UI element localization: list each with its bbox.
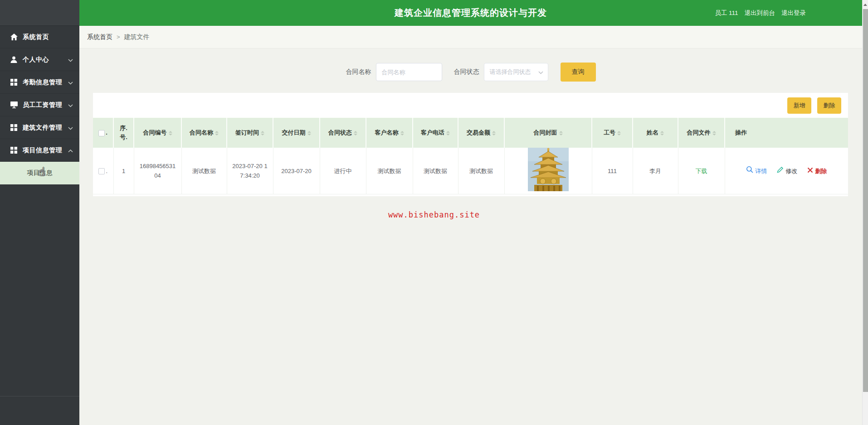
delete-action[interactable]: 删除 <box>807 166 827 176</box>
sort-icon[interactable] <box>215 131 219 135</box>
table-panel: 新增 删除 . 序.号. 合同编号 合同名称 签订时间 交付日期 合同状态 <box>93 93 848 196</box>
sort-icon[interactable] <box>660 131 664 135</box>
header-actions: 操作 <box>725 118 848 148</box>
header-status[interactable]: 合同状态 <box>320 118 366 148</box>
scroll-up-arrow-icon[interactable] <box>863 0 868 9</box>
breadcrumb-separator: > <box>117 34 120 40</box>
header-contract-no[interactable]: 合同编号 <box>134 118 181 148</box>
sidebar-item-label: 项目信息管理 <box>23 146 68 155</box>
home-icon <box>10 34 18 40</box>
sidebar-item-project-info-mgmt[interactable]: 项目信息管理 <box>0 139 79 162</box>
sidebar-item-label: 建筑文件管理 <box>23 124 68 132</box>
page-scrollbar[interactable] <box>862 0 868 425</box>
sidebar-item-label: 考勤信息管理 <box>23 78 68 87</box>
add-button[interactable]: 新增 <box>787 97 811 114</box>
sort-icon[interactable] <box>354 131 357 135</box>
row-checkbox[interactable] <box>98 168 105 174</box>
header-sign-time[interactable]: 签订时间 <box>227 118 273 148</box>
sort-icon[interactable] <box>400 131 404 135</box>
select-all-checkbox[interactable] <box>98 130 105 136</box>
header-select-suffix: . <box>106 129 107 136</box>
golden-pagoda-photo[interactable] <box>528 148 569 191</box>
header-file[interactable]: 合同文件 <box>678 118 725 148</box>
sidebar-item-label: 个人中心 <box>23 56 68 64</box>
current-user-label: 员工 111 <box>715 9 738 17</box>
sort-icon[interactable] <box>169 131 172 135</box>
sort-icon[interactable] <box>617 131 621 135</box>
header-cover[interactable]: 合同封面 <box>504 118 592 148</box>
app-header: 建筑企业信息管理系统的设计与开发 员工 111 退出到前台 退出登录 <box>79 0 862 26</box>
breadcrumb-current: 建筑文件 <box>124 33 150 41</box>
sidebar-item-personal-center[interactable]: 个人中心 <box>0 48 79 71</box>
download-link[interactable]: 下载 <box>696 168 707 174</box>
grid-icon <box>10 124 18 131</box>
cell-customer-name: 测试数据 <box>366 148 413 194</box>
delete-button[interactable]: 删除 <box>817 97 841 114</box>
cell-delivery-date: 2023-07-20 <box>273 148 320 194</box>
header-select-cell: . <box>93 118 113 148</box>
header-customer-name[interactable]: 客户名称 <box>366 118 413 148</box>
contracts-table: . 序.号. 合同编号 合同名称 签订时间 交付日期 合同状态 客户名称 客户电… <box>93 118 848 194</box>
header-links: 员工 111 退出到前台 退出登录 <box>715 0 806 26</box>
cell-cover <box>504 148 592 194</box>
grid-icon <box>10 79 18 86</box>
watermark-text: www.bishebang.site <box>0 210 868 219</box>
header-contract-name[interactable]: 合同名称 <box>181 118 227 148</box>
cell-actions: 详情 修改 <box>725 148 848 194</box>
sidebar: 系统首页 个人中心 考勤信息管理 员工工资管理 建筑文件管理 <box>0 0 79 425</box>
breadcrumb: 系统首页 > 建筑文件 <box>79 26 862 48</box>
contract-name-label: 合同名称 <box>346 68 371 76</box>
exit-to-front-link[interactable]: 退出到前台 <box>745 9 775 17</box>
header-amount[interactable]: 交易金额 <box>458 118 504 148</box>
sidebar-item-attendance-mgmt[interactable]: 考勤信息管理 <box>0 71 79 94</box>
sidebar-item-salary-mgmt[interactable]: 员工工资管理 <box>0 94 79 116</box>
sidebar-item-home[interactable]: 系统首页 <box>0 26 79 48</box>
sort-icon[interactable] <box>307 131 311 135</box>
contract-status-label: 合同状态 <box>454 68 479 76</box>
chevron-down-icon <box>68 79 73 86</box>
sort-icon[interactable] <box>559 131 563 135</box>
main-content: 合同名称 合同状态 请选择合同状态 查询 新增 删除 . <box>79 48 862 425</box>
sort-icon[interactable] <box>446 131 450 135</box>
pencil-icon <box>777 166 784 176</box>
breadcrumb-home[interactable]: 系统首页 <box>87 33 112 41</box>
logout-link[interactable]: 退出登录 <box>781 9 806 17</box>
sort-icon[interactable] <box>492 131 496 135</box>
cell-sign-time: 2023-07-20 17:34:20 <box>227 148 273 194</box>
sidebar-logo-area <box>0 0 79 26</box>
monitor-icon <box>10 101 18 108</box>
row-select-cell: . <box>93 148 113 194</box>
contract-status-select[interactable]: 请选择合同状态 <box>484 63 548 81</box>
edit-action[interactable]: 修改 <box>777 166 797 176</box>
sort-icon[interactable] <box>712 131 716 135</box>
query-button[interactable]: 查询 <box>561 63 596 82</box>
cell-contract-no: 1689845653104 <box>134 148 181 194</box>
cell-file: 下载 <box>678 148 725 194</box>
header-job-no[interactable]: 工号 <box>592 118 633 148</box>
cell-contract-name: 测试数据 <box>181 148 227 194</box>
sidebar-item-label: 员工工资管理 <box>23 101 68 109</box>
contract-name-input[interactable] <box>376 63 442 81</box>
chevron-down-icon <box>538 68 543 76</box>
close-icon <box>807 166 813 176</box>
header-index: 序.号. <box>113 118 134 148</box>
user-icon <box>10 56 18 63</box>
table-header-row: . 序.号. 合同编号 合同名称 签订时间 交付日期 合同状态 客户名称 客户电… <box>93 118 848 148</box>
sort-icon[interactable] <box>261 131 264 135</box>
header-delivery-date[interactable]: 交付日期 <box>273 118 320 148</box>
row-select-suffix: . <box>106 168 107 174</box>
cell-customer-phone: 测试数据 <box>413 148 458 194</box>
detail-action[interactable]: 详情 <box>746 166 767 176</box>
header-name[interactable]: 姓名 <box>633 118 678 148</box>
table-toolbar: 新增 删除 <box>93 93 848 118</box>
cell-name: 李月 <box>633 148 678 194</box>
header-customer-phone[interactable]: 客户电话 <box>413 118 458 148</box>
table-row: . 1 1689845653104 测试数据 2023-07-20 17:34:… <box>93 148 848 194</box>
cell-job-no: 111 <box>592 148 633 194</box>
sidebar-item-building-files-mgmt[interactable]: 建筑文件管理 <box>0 116 79 139</box>
cell-amount: 测试数据 <box>458 148 504 194</box>
sidebar-item-label: 系统首页 <box>23 33 73 41</box>
chevron-down-icon <box>68 101 73 109</box>
select-placeholder: 请选择合同状态 <box>490 68 531 76</box>
scrollbar-thumb[interactable] <box>863 9 868 392</box>
